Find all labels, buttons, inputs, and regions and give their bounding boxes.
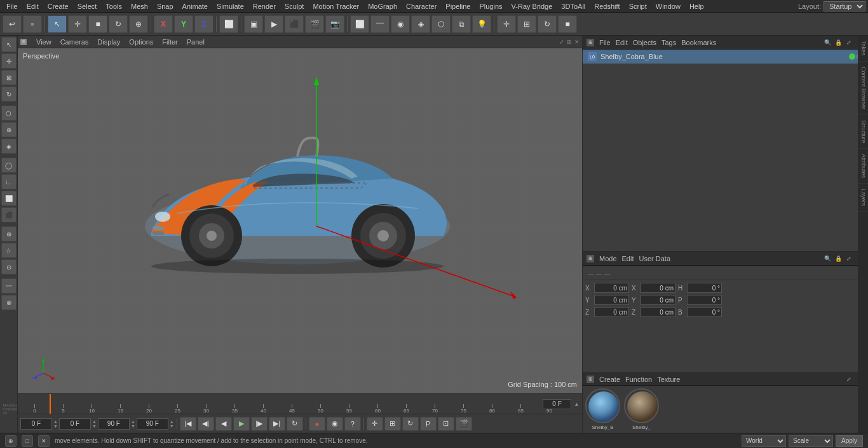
prev-frame-button[interactable]: ◀| [198,417,214,431]
menu-animate[interactable]: Animate [179,2,212,11]
viewport-3d[interactable]: Perspective [18,48,582,393]
motion-btn-3[interactable]: ↻ [402,417,419,431]
menu-file[interactable]: File [3,2,22,11]
menu-3dtoall[interactable]: 3DToAll [557,2,589,11]
menu-motion-tracker[interactable]: Motion Tracker [309,2,363,11]
menu-help[interactable]: Help [686,2,708,11]
vp-menu-cameras[interactable]: Cameras [58,38,91,46]
ps-up[interactable]: ▲ [92,419,97,424]
h-input[interactable] [687,283,722,293]
scale-tool-button[interactable]: ⊞ [517,15,536,33]
material-menu-create[interactable]: Create [599,376,620,383]
menu-snap[interactable]: Snap [153,2,177,11]
render-all-button[interactable]: ⬛ [285,15,304,33]
scale-dropdown[interactable]: Scale Move Rotate [789,435,833,447]
vp-expand-btn[interactable]: ⤢ [559,39,564,45]
material-content[interactable]: Shelby_B [583,386,868,433]
material-item-1[interactable]: Shelby_ [624,388,659,430]
ef-down[interactable]: ▼ [170,424,174,428]
world-dropdown[interactable]: World Object Camera [742,435,786,447]
rotate-mode-button[interactable]: ↻ [109,15,128,33]
tab-attributes[interactable]: Attributes [858,149,868,184]
record-button[interactable]: ● [309,417,325,431]
vp-menu-display[interactable]: Display [95,38,122,46]
menu-mesh[interactable]: Mesh [127,2,152,11]
render-region-button[interactable]: ▣ [244,15,263,33]
layout-dropdown[interactable]: Startup [824,1,865,11]
start-frame-input[interactable] [20,418,52,430]
tab-content-browser[interactable]: Content Browser [858,62,868,115]
motion-btn-1[interactable]: ✛ [367,417,383,431]
attributes-menu-edit[interactable]: Edit [622,255,634,262]
environment-button[interactable]: ⬡ [431,15,451,33]
light-button[interactable]: 💡 [472,15,491,33]
objects-content[interactable]: L0 Shelby_Cobra_Blue ⋯ [583,50,868,251]
vp-menu-filter[interactable]: Filter [160,38,179,46]
sidebar-extrude-btn[interactable]: ⬜ [1,191,17,206]
motion-btn-6[interactable]: 🎬 [456,417,472,431]
frame-step-up[interactable]: ▲ [574,401,580,407]
start-frame-down[interactable]: ▼ [53,424,58,428]
vp-layout-btn[interactable]: ⊞ [567,39,572,45]
material-item-0[interactable]: Shelby_B [585,388,620,430]
material-menu-texture[interactable]: Texture [657,376,680,383]
objects-menu-file[interactable]: File [599,39,611,46]
p-input[interactable] [687,295,722,305]
render-preview-button[interactable]: 🎬 [305,15,324,33]
sidebar-move-btn[interactable]: ✛ [1,53,17,69]
render-active-view-button[interactable]: ▶ [264,15,283,33]
menu-window[interactable]: Window [652,2,684,11]
transform-mode-button[interactable]: ⊕ [129,15,148,33]
cube-button[interactable]: ⬜ [350,15,369,33]
vp-menu-panel[interactable]: Panel [185,38,207,46]
ps-down[interactable]: ▼ [92,424,97,428]
auto-key-button[interactable]: ◉ [327,417,343,431]
sidebar-rotate-btn[interactable]: ↻ [1,86,17,102]
objects-menu-tags[interactable]: Tags [661,39,676,46]
x-rotation-input[interactable] [641,283,675,293]
panel-search-icon[interactable]: 🔍 [823,38,832,47]
attr-lock-icon[interactable]: 🔒 [834,254,843,263]
status-icon-btn-2[interactable]: □ [22,435,33,447]
sidebar-knife-btn[interactable]: ∟ [1,174,17,189]
vp-menu-options[interactable]: Options [127,38,155,46]
menu-plugins[interactable]: Plugins [475,2,506,11]
tab-layers[interactable]: Layers [858,184,868,212]
sidebar-loop-btn[interactable]: ⊕ [1,226,17,241]
objects-menu-objects[interactable]: Objects [633,39,656,46]
y-position-input[interactable] [594,295,629,305]
timeline-area[interactable]: 0 5 10 15 20 [18,393,582,414]
objects-menu-bookmarks[interactable]: Bookmarks [681,39,716,46]
y-axis-button[interactable]: Y [174,15,193,33]
palette-button[interactable]: ■ [558,15,577,33]
menu-select[interactable]: Select [74,2,101,11]
render-queue-button[interactable]: 📷 [325,15,344,33]
object-mode-button[interactable]: ⬜ [219,15,238,33]
status-icon-btn-3[interactable]: ✕ [38,435,50,447]
key-sel-button[interactable]: ? [344,417,361,431]
scale-mode-button[interactable]: ■ [88,15,107,33]
menu-script[interactable]: Script [625,2,651,11]
preview-end-input[interactable] [98,418,130,430]
sidebar-smooth-btn[interactable]: ☆ [1,243,17,258]
object-row[interactable]: L0 Shelby_Cobra_Blue ⋯ [583,50,868,64]
vp-menu-view[interactable]: View [34,38,53,46]
menu-pipeline[interactable]: Pipeline [442,2,474,11]
pe-down[interactable]: ▼ [131,424,135,428]
tab-structure[interactable]: Structure [858,115,868,149]
sidebar-select-btn[interactable]: ↖ [1,37,17,52]
sidebar-spline-btn[interactable]: 〰 [1,278,17,294]
x-position-input[interactable] [594,283,629,293]
menu-character[interactable]: Character [402,2,440,11]
motion-btn-4[interactable]: P [420,417,437,431]
motion-btn-2[interactable]: ⊞ [384,417,401,431]
sidebar-joint-btn[interactable]: ⊗ [1,295,17,310]
material-swatch-0[interactable] [585,388,620,423]
menu-sculpt[interactable]: Sculpt [281,2,308,11]
next-frame-button[interactable]: |▶ [251,417,268,431]
sidebar-magnet-btn[interactable]: ◯ [1,158,17,173]
x-axis-button[interactable]: X [154,15,173,33]
material-swatch-1[interactable] [624,388,659,423]
move-mode-button[interactable]: ✛ [68,15,87,33]
menu-mograph[interactable]: MoGraph [364,2,401,11]
